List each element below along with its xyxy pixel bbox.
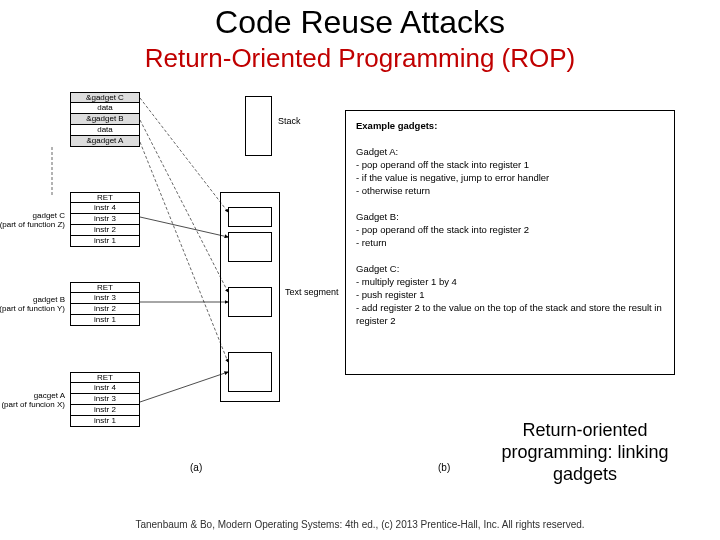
- gadget-name: Gadget A:: [356, 145, 664, 158]
- stack-label: Stack: [278, 116, 301, 126]
- instr-cell: RET: [70, 192, 140, 203]
- gadget-line: - push register 1: [356, 288, 664, 301]
- function-block: gadget B(part of function Y)RETinstr 3in…: [70, 282, 140, 326]
- stack-cell: data: [70, 125, 140, 136]
- stack-cells: &gadget Cdata&gadget Bdata&gadget A: [70, 92, 140, 147]
- stack-cell: &gadget B: [70, 114, 140, 125]
- gadget-line: - multiply register 1 by 4: [356, 275, 664, 288]
- gadget-line: - add register 2 to the value on the top…: [356, 301, 664, 327]
- function-side-label: gadget C(part of function Z): [0, 211, 65, 229]
- example-gadgets-box: Example gadgets: Gadget A:- pop operand …: [345, 110, 675, 375]
- instr-cell: instr 3: [70, 214, 140, 225]
- instr-cell: instr 2: [70, 225, 140, 236]
- stack-outline: [245, 96, 272, 156]
- instr-cell: instr 3: [70, 394, 140, 405]
- inner-box-b: [228, 287, 272, 317]
- page-title: Code Reuse Attacks: [0, 4, 720, 41]
- instr-cell: RET: [70, 282, 140, 293]
- instr-cell: instr 1: [70, 236, 140, 247]
- svg-line-6: [140, 372, 228, 402]
- instr-cell: instr 1: [70, 416, 140, 427]
- stack-cell: data: [70, 103, 140, 114]
- inner-box-c: [228, 207, 272, 227]
- inner-box-c2: [228, 232, 272, 262]
- page-subtitle: Return-Oriented Programming (ROP): [0, 43, 720, 74]
- gadget-name: Gadget C:: [356, 262, 664, 275]
- function-side-label: gacget A(part of funcion X): [0, 391, 65, 409]
- svg-line-4: [140, 217, 228, 237]
- stack-cell: &gadget A: [70, 136, 140, 147]
- gadget-line: - pop operand off the stack into registe…: [356, 223, 664, 236]
- instr-cell: instr 1: [70, 315, 140, 326]
- instr-cell: RET: [70, 372, 140, 383]
- inner-box-a: [228, 352, 272, 392]
- gadget-line: - return: [356, 236, 664, 249]
- instr-cell: instr 3: [70, 293, 140, 304]
- gadget-line: - if the value is negative, jump to erro…: [356, 171, 664, 184]
- instr-cell: instr 4: [70, 383, 140, 394]
- figure-marker-b: (b): [438, 462, 450, 473]
- example-heading: Example gadgets:: [356, 120, 437, 131]
- function-side-label: gadget B(part of function Y): [0, 295, 65, 313]
- copyright-footer: Tanenbaum & Bo, Modern Operating Systems…: [0, 519, 720, 530]
- svg-line-0: [140, 98, 228, 212]
- rop-diagram: &gadget Cdata&gadget Bdata&gadget A Stac…: [20, 92, 700, 472]
- svg-line-2: [140, 142, 228, 362]
- gadget-line: - otherwise return: [356, 184, 664, 197]
- instr-cell: instr 4: [70, 203, 140, 214]
- svg-line-1: [140, 120, 228, 292]
- figure-marker-a: (a): [190, 462, 202, 473]
- instr-cell: instr 2: [70, 304, 140, 315]
- gadget-line: - pop operand off the stack into registe…: [356, 158, 664, 171]
- stack-cell: &gadget C: [70, 92, 140, 103]
- text-segment-label: Text segment: [285, 287, 339, 297]
- gadget-name: Gadget B:: [356, 210, 664, 223]
- figure-caption: Return-oriented programming: linking gad…: [475, 419, 695, 485]
- instr-cell: instr 2: [70, 405, 140, 416]
- function-block: gadget C(part of function Z)RETinstr 4in…: [70, 192, 140, 247]
- function-block: gacget A(part of funcion X)RETinstr 4ins…: [70, 372, 140, 427]
